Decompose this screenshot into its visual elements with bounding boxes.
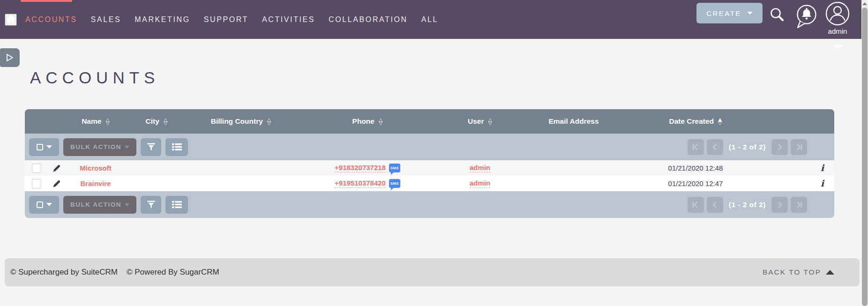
menu-item-activities[interactable]: ACTIVITIES xyxy=(262,15,315,24)
select-all-dropdown-button[interactable] xyxy=(29,138,59,156)
search-button[interactable] xyxy=(769,7,786,25)
menu-item-sales[interactable]: SALES xyxy=(91,15,121,24)
scrollbar-thumb[interactable] xyxy=(862,7,868,306)
table-row-brainvire: Brainvire +919510378420 SMS admin 01/21/… xyxy=(25,176,834,191)
filter-button[interactable] xyxy=(141,138,161,156)
footer-credits: © Supercharged by SuiteCRM © Powered By … xyxy=(10,268,219,277)
scroll-up-arrow-icon[interactable] xyxy=(862,2,867,5)
billing-country-cell xyxy=(187,176,295,191)
accounts-list-view: Name △▽ City △▽ Billing Country △▽ Phone… xyxy=(25,109,834,218)
expand-sidebar-button[interactable] xyxy=(0,48,20,67)
sms-icon[interactable]: SMS xyxy=(389,179,400,188)
checkbox-cell xyxy=(25,176,48,191)
panel-collapse-caret-icon[interactable] xyxy=(833,45,844,49)
home-icon xyxy=(6,14,16,25)
menu-item-marketing[interactable]: MARKETING xyxy=(135,15,190,24)
user-link[interactable]: admin xyxy=(470,164,490,172)
sms-icon[interactable]: SMS xyxy=(389,164,400,172)
choose-columns-button[interactable] xyxy=(165,196,188,214)
info-icon[interactable]: i xyxy=(821,179,824,188)
first-page-button[interactable] xyxy=(688,139,704,155)
funnel-icon xyxy=(147,143,156,151)
bulk-action-button[interactable]: BULK ACTION xyxy=(63,196,136,214)
column-label: User xyxy=(468,117,484,126)
email-cell xyxy=(520,176,628,191)
home-button[interactable] xyxy=(5,14,17,26)
checkbox-icon xyxy=(37,202,43,208)
info-cell: i xyxy=(763,176,834,191)
menu-item-support[interactable]: SUPPORT xyxy=(204,15,248,24)
back-to-top-link[interactable]: BACK TO TOP xyxy=(763,268,834,276)
account-name-link[interactable]: Brainvire xyxy=(80,179,111,187)
column-header-phone[interactable]: Phone △▽ xyxy=(295,109,440,134)
filter-button[interactable] xyxy=(141,196,161,214)
user-cell: admin xyxy=(440,176,520,191)
checkbox-cell xyxy=(25,160,48,176)
phone-link[interactable]: +918320737218 xyxy=(335,164,386,172)
vertical-scrollbar[interactable] xyxy=(861,0,868,306)
chevron-down-icon xyxy=(747,12,753,15)
edit-record-button[interactable] xyxy=(52,164,61,173)
edit-cell xyxy=(48,160,65,176)
next-page-button[interactable] xyxy=(771,197,788,213)
email-cell xyxy=(520,160,628,176)
choose-columns-button[interactable] xyxy=(165,138,188,156)
sort-icon: △▽ xyxy=(379,118,382,125)
previous-page-button[interactable] xyxy=(707,139,723,155)
page-footer: © Supercharged by SuiteCRM © Powered By … xyxy=(5,258,860,286)
checkbox-icon xyxy=(37,144,43,150)
last-page-button[interactable] xyxy=(791,197,807,213)
create-button[interactable]: CREATE xyxy=(696,3,763,23)
last-page-button[interactable] xyxy=(791,139,807,155)
row-checkbox[interactable] xyxy=(32,179,41,188)
phone-cell: +919510378420 SMS xyxy=(295,176,440,191)
pencil-icon xyxy=(52,179,61,188)
column-label: Name xyxy=(82,117,101,126)
chevron-right-icon xyxy=(776,201,784,209)
info-icon[interactable]: i xyxy=(821,164,824,172)
bulk-buttons-group: BULK ACTION xyxy=(29,196,188,214)
first-page-button[interactable] xyxy=(688,197,704,213)
bulk-action-button[interactable]: BULK ACTION xyxy=(63,138,136,156)
date-created-cell: 01/21/2020 12:47 xyxy=(628,176,763,191)
bulk-buttons-group: BULK ACTION xyxy=(29,138,188,156)
account-name-link[interactable]: Microsoft xyxy=(80,164,112,172)
main-menu: ACCOUNTS SALES MARKETING SUPPORT ACTIVIT… xyxy=(25,15,438,24)
column-header-user[interactable]: User △▽ xyxy=(440,109,520,134)
select-all-dropdown-button[interactable] xyxy=(29,196,59,214)
chevron-down-icon xyxy=(46,203,52,206)
column-header-name[interactable]: Name △▽ xyxy=(65,109,126,134)
play-icon xyxy=(6,53,14,62)
phone-link[interactable]: +919510378420 xyxy=(335,179,386,188)
pagination-top: (1 - 2 of 2) xyxy=(688,134,807,160)
column-header-billing-country[interactable]: Billing Country △▽ xyxy=(187,109,295,134)
next-page-button[interactable] xyxy=(771,139,788,155)
last-page-icon xyxy=(795,143,803,151)
user-link[interactable]: admin xyxy=(470,179,490,188)
notifications-button[interactable] xyxy=(793,3,819,31)
pagination-count-label: (1 - 2 of 2) xyxy=(729,201,766,209)
list-columns-icon xyxy=(172,143,182,151)
sort-icon: △▽ xyxy=(105,118,109,125)
search-icon xyxy=(769,7,786,23)
menu-item-collaboration[interactable]: COLLABORATION xyxy=(329,15,408,24)
last-page-icon xyxy=(795,201,803,209)
column-header-email-address[interactable]: Email Address xyxy=(520,109,628,134)
menu-item-all[interactable]: ALL xyxy=(421,15,438,24)
sort-icon: △▽ xyxy=(488,118,492,125)
column-label: City xyxy=(146,117,159,126)
name-cell: Brainvire xyxy=(65,176,126,191)
sort-icon-active: ▲▽ xyxy=(718,118,722,125)
edit-record-button[interactable] xyxy=(52,179,61,188)
chevron-down-icon xyxy=(46,145,52,149)
menu-item-accounts[interactable]: ACCOUNTS xyxy=(25,15,77,24)
bulk-action-label: BULK ACTION xyxy=(70,201,121,208)
bulk-action-bar-bottom: BULK ACTION xyxy=(25,191,834,218)
previous-page-button[interactable] xyxy=(707,197,723,213)
user-menu-button[interactable] xyxy=(825,1,850,28)
column-label: Date Created xyxy=(669,117,714,126)
row-checkbox[interactable] xyxy=(32,164,41,173)
column-header-city[interactable]: City △▽ xyxy=(126,109,187,134)
column-header-date-created[interactable]: Date Created ▲▽ xyxy=(628,109,763,134)
table-row-microsoft: Microsoft +918320737218 SMS admin 01/21/… xyxy=(25,160,834,176)
